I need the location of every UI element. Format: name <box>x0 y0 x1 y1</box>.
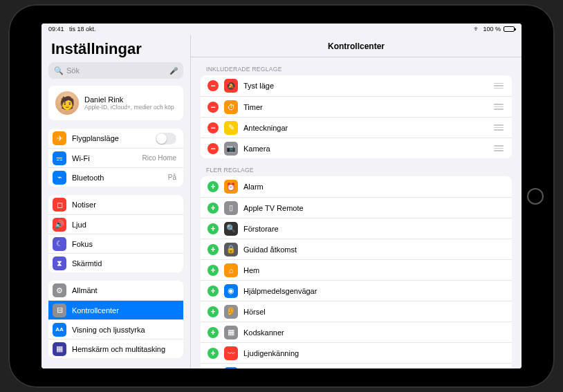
sidebar-item-label: Flygplansläge <box>72 134 150 142</box>
add-button[interactable]: + <box>207 223 219 234</box>
avatar: 🧑 <box>55 91 79 115</box>
drag-handle-icon[interactable] <box>494 83 505 89</box>
status-date: tis 18 okt. <box>69 26 96 32</box>
add-button[interactable]: + <box>207 286 219 297</box>
bluetooth-icon: ⌁ <box>53 171 66 185</box>
section-more-label: FLER REGLAGE <box>191 158 522 176</box>
control-row-förstorare[interactable]: +🔍Förstorare <box>201 218 512 239</box>
sidebar-item-notiser[interactable]: ◻Notiser <box>48 195 183 214</box>
add-button[interactable]: + <box>207 327 219 338</box>
status-time: 09:41 <box>48 26 64 32</box>
sidebar-title: Inställningar <box>41 35 190 62</box>
sidebar-item-label: Fokus <box>72 240 176 248</box>
battery-icon <box>504 26 515 32</box>
sidebar-item-label: Wi-Fi <box>72 154 137 162</box>
remove-button[interactable]: − <box>207 143 219 154</box>
status-bar: 09:41 tis 18 okt. ᯤ 100 % <box>41 24 522 35</box>
guidad-åtkomst-icon: 🔒 <box>224 243 238 256</box>
control-row-guidad-åtkomst[interactable]: +🔒Guidad åtkomst <box>201 239 512 259</box>
remove-button[interactable]: − <box>207 122 219 133</box>
sidebar-item-bluetooth[interactable]: ⌁BluetoothPå <box>48 167 183 187</box>
control-label: Anteckningar <box>243 124 488 132</box>
control-row-kodskanner[interactable]: +▦Kodskanner <box>201 321 512 342</box>
sidebar-item-value: Rico Home <box>142 154 176 162</box>
control-label: Hörsel <box>243 308 505 316</box>
control-row-anteckningar[interactable]: −✎Anteckningar <box>201 117 512 138</box>
control-label: Timer <box>243 103 488 111</box>
add-button[interactable]: + <box>207 348 219 359</box>
sidebar-group-general: ⚙Allmänt⊟KontrollcenterAAVisning och lju… <box>48 281 183 358</box>
add-button[interactable]: + <box>207 244 219 255</box>
settings-sidebar[interactable]: Inställningar 🔍 Sök 🎤 🧑 Daniel Rink Appl… <box>41 35 191 368</box>
apple-tv-remote-icon: ▯ <box>224 201 238 215</box>
toggle-switch[interactable] <box>156 133 176 144</box>
sidebar-item-allmänt[interactable]: ⚙Allmänt <box>48 281 183 300</box>
profile-name: Daniel Rink <box>84 95 174 104</box>
sidebar-item-ljud[interactable]: 🔊Ljud <box>48 214 183 234</box>
sidebar-item-wi-fi[interactable]: ⚎Wi-FiRico Home <box>48 148 183 167</box>
control-row-timer[interactable]: −⏱Timer <box>201 96 512 117</box>
anteckningar-icon: ✎ <box>224 121 238 135</box>
ljud-icon: 🔊 <box>53 218 66 232</box>
wi-fi-icon: ⚎ <box>53 151 66 165</box>
add-button[interactable]: + <box>207 368 219 369</box>
control-row-tyst-läge[interactable]: −🔕Tyst läge <box>201 75 512 96</box>
control-label: Förstorare <box>243 225 505 233</box>
control-row-kamera[interactable]: −📷Kamera <box>201 138 512 158</box>
sidebar-item-kontrollcenter[interactable]: ⊟Kontrollcenter <box>48 300 183 319</box>
control-row-ljudigenkänning[interactable]: +〰Ljudigenkänning <box>201 342 512 363</box>
home-button[interactable] <box>527 188 544 205</box>
remove-button[interactable]: − <box>207 80 219 91</box>
drag-handle-icon[interactable] <box>494 145 505 151</box>
hjälpmedelsgenvägar-icon: ◉ <box>224 284 238 298</box>
flygplansläge-icon: ✈ <box>53 131 66 145</box>
visning-och-ljusstyrka-icon: AA <box>53 323 66 337</box>
ipad-frame: 09:41 tis 18 okt. ᯤ 100 % Inställningar … <box>8 4 555 388</box>
kamera-icon: 📷 <box>224 142 238 156</box>
control-row-hem[interactable]: +⌂Hem <box>201 259 512 280</box>
control-row-musikigenkänning[interactable]: +◎Musikigenkänning <box>201 363 512 368</box>
sidebar-item-visning-och-ljusstyrka[interactable]: AAVisning och ljusstyrka <box>48 319 183 339</box>
control-row-alarm[interactable]: +⏰Alarm <box>201 176 512 197</box>
search-icon: 🔍 <box>54 66 64 75</box>
control-row-hjälpmedelsgenvägar[interactable]: +◉Hjälpmedelsgenvägar <box>201 280 512 301</box>
ljudigenkänning-icon: 〰 <box>224 346 238 360</box>
notiser-icon: ◻ <box>53 198 66 212</box>
control-row-hörsel[interactable]: +👂Hörsel <box>201 301 512 321</box>
sidebar-item-fokus[interactable]: ☾Fokus <box>48 234 183 253</box>
drag-handle-icon[interactable] <box>494 104 505 110</box>
detail-title: Kontrollcenter <box>191 35 522 57</box>
control-row-apple-tv-remote[interactable]: +▯Apple TV Remote <box>201 197 512 218</box>
tyst-läge-icon: 🔕 <box>224 79 238 93</box>
allmänt-icon: ⚙ <box>53 283 66 297</box>
sidebar-item-label: Visning och ljusstyrka <box>72 326 176 334</box>
sidebar-group-connectivity: ✈Flygplansläge⚎Wi-FiRico Home⌁BluetoothP… <box>48 129 183 187</box>
control-label: Guidad åtkomst <box>243 245 505 254</box>
control-label: Alarm <box>243 183 505 191</box>
apple-id-card[interactable]: 🧑 Daniel Rink Apple-ID, iCloud+, medier … <box>48 86 183 120</box>
detail-pane[interactable]: Kontrollcenter INKLUDERADE REGLAGE −🔕Tys… <box>191 35 522 368</box>
control-label: Ljudigenkänning <box>243 349 505 357</box>
control-label: Kodskanner <box>243 328 505 337</box>
mic-icon[interactable]: 🎤 <box>169 67 178 75</box>
remove-button[interactable]: − <box>207 102 219 113</box>
add-button[interactable]: + <box>207 203 219 214</box>
sidebar-item-label: Bluetooth <box>72 174 163 182</box>
add-button[interactable]: + <box>207 265 219 276</box>
sidebar-item-skärmtid[interactable]: ⧗Skärmtid <box>48 253 183 272</box>
search-input[interactable]: 🔍 Sök 🎤 <box>48 62 183 79</box>
sidebar-item-flygplansläge[interactable]: ✈Flygplansläge <box>48 129 183 148</box>
add-button[interactable]: + <box>207 306 219 317</box>
sidebar-item-label: Skärmtid <box>72 259 176 268</box>
search-placeholder: Sök <box>66 66 167 75</box>
alarm-icon: ⏰ <box>224 180 238 194</box>
wifi-icon: ᯤ <box>474 26 480 32</box>
control-label: Kamera <box>243 144 488 153</box>
add-button[interactable]: + <box>207 181 219 192</box>
hemskärm-och-multitasking-icon: ▦ <box>53 342 66 356</box>
control-label: Hem <box>243 266 505 274</box>
sidebar-item-hemskärm-och-multitasking[interactable]: ▦Hemskärm och multitasking <box>48 339 183 358</box>
drag-handle-icon[interactable] <box>494 124 505 131</box>
sidebar-item-label: Notiser <box>72 200 176 209</box>
förstorare-icon: 🔍 <box>224 222 238 236</box>
